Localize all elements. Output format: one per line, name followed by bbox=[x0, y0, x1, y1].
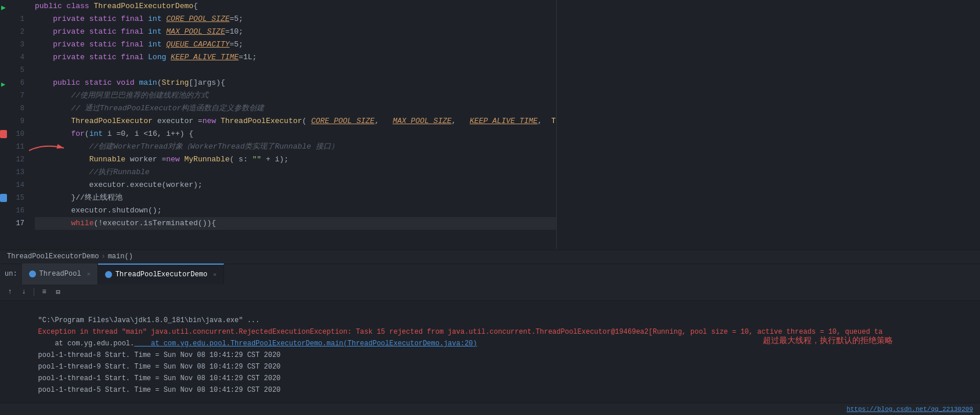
breadcrumb-bar: ThreadPoolExecutorDemo › main() bbox=[0, 250, 980, 264]
scroll-up-button[interactable]: ↑ bbox=[5, 287, 15, 297]
filter-button[interactable]: ⊟ bbox=[53, 287, 63, 297]
scroll-down-button[interactable]: ↓ bbox=[19, 287, 29, 297]
code-line-14: executor.execute(worker); bbox=[35, 179, 556, 192]
tab-label-threadpool: ThreadPool bbox=[39, 270, 81, 278]
status-bar: https://blog.csdn.net/qq_22130209 bbox=[0, 403, 980, 415]
tab-threadpool[interactable]: ThreadPool ✕ bbox=[22, 264, 98, 284]
code-line-7: //使用阿里巴巴推荐的创建线程池的方式 bbox=[35, 89, 556, 102]
output-panel: ↑ ↓ ≡ ⊟ "C:\Program Files\Java\jdk1.8.0_… bbox=[0, 284, 980, 403]
code-content: public class ThreadPoolExecutorDemo{ pri… bbox=[29, 0, 556, 250]
csdn-link[interactable]: https://blog.csdn.net/qq_22130209 bbox=[846, 406, 973, 413]
stack-trace-link[interactable]: at com.yg.edu.pool.ThreadPoolExecutorDem… bbox=[134, 340, 477, 348]
code-line-1: private static final int CORE_POOL_SIZE=… bbox=[35, 13, 556, 26]
line-numbers: ▶ 1 2 3 4 5 ▶ 6 7 8 9 10 11 12 13 14 bbox=[0, 0, 29, 250]
breadcrumb-separator: › bbox=[101, 252, 105, 261]
code-line-4: private static final Long KEEP_ALIVE_TIM… bbox=[35, 51, 556, 64]
run-label: un: bbox=[0, 264, 22, 284]
right-panel bbox=[556, 0, 980, 250]
code-line-12: Runnable worker =new MyRunnable( s: "" +… bbox=[35, 153, 556, 166]
code-line-6: public static void main(String[]args){ bbox=[35, 77, 556, 89]
code-line-3: private static final int QUEUE_CAPACITY=… bbox=[35, 38, 556, 51]
code-line-8: // 通过ThreadPoolExecutor构造函数自定义参数创建 bbox=[35, 102, 556, 115]
clear-button[interactable]: ≡ bbox=[39, 287, 49, 297]
code-line-16: executor.shutdown(); bbox=[35, 204, 556, 217]
tab-threadpoolexecutordemo[interactable]: ThreadPoolExecutorDemo ✕ bbox=[98, 264, 224, 284]
editor-container: ▶ 1 2 3 4 5 ▶ 6 7 8 9 10 11 12 13 14 bbox=[0, 0, 980, 415]
tab-label-threadpoolexecutordemo: ThreadPoolExecutorDemo bbox=[116, 270, 207, 279]
output-toolbar: ↑ ↓ ≡ ⊟ bbox=[0, 284, 980, 301]
code-line-10: for(int i =0, i <16, i++) { bbox=[35, 128, 556, 140]
code-line-5 bbox=[35, 64, 556, 77]
code-line-17: while(!executor.isTerminated()){ bbox=[35, 217, 556, 230]
code-line-11: //创建WorkerThread对象（WorkerThread类实现了Runna… bbox=[35, 140, 556, 153]
breadcrumb-method: main() bbox=[108, 252, 133, 261]
code-line-0: public class ThreadPoolExecutorDemo{ bbox=[35, 0, 556, 13]
output-line-0: "C:\Program Files\Java\jdk1.8.0_181\bin\… bbox=[5, 303, 975, 315]
code-line-13: //执行Runnable bbox=[35, 166, 556, 179]
code-line-15: }//终止线程池 bbox=[35, 192, 556, 204]
breadcrumb-class: ThreadPoolExecutorDemo bbox=[7, 252, 99, 261]
tab-icon-threadpoolexecutordemo bbox=[105, 271, 112, 278]
tab-close-threadpoolexecutordemo[interactable]: ✕ bbox=[213, 271, 217, 278]
tab-bar: un: ThreadPool ✕ ThreadPoolExecutorDemo … bbox=[0, 264, 980, 284]
code-editor: ▶ 1 2 3 4 5 ▶ 6 7 8 9 10 11 12 13 14 bbox=[0, 0, 980, 250]
tab-close-threadpool[interactable]: ✕ bbox=[87, 270, 91, 277]
tab-icon-threadpool bbox=[29, 270, 36, 277]
output-content: "C:\Program Files\Java\jdk1.8.0_181\bin\… bbox=[0, 301, 980, 403]
toolbar-separator bbox=[34, 288, 34, 296]
code-line-2: private static final int MAX_POOL_SIZE=1… bbox=[35, 26, 556, 38]
code-line-9: ThreadPoolExecutor executor =new ThreadP… bbox=[35, 115, 556, 128]
